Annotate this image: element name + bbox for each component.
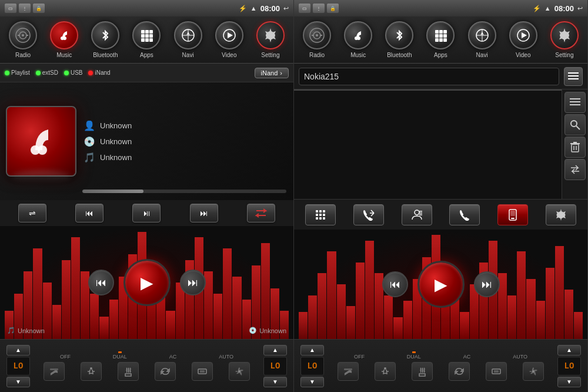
right-off-label: OFF [354, 354, 365, 360]
music-player: 👤 Unknown 💿 Unknown 🎵 Unknown [0, 82, 293, 200]
left-nav-apps[interactable]: Apps [129, 21, 164, 58]
auto-indicator [225, 351, 228, 353]
right-video-label: Video [516, 52, 530, 58]
recirculate-btn[interactable] [155, 362, 176, 381]
inand-option[interactable]: iNand [88, 69, 110, 76]
left-temp-down[interactable]: ▼ [6, 377, 30, 387]
left-nav-bluetooth[interactable]: Bluetooth [88, 21, 123, 58]
call-transfer-button[interactable] [353, 204, 384, 225]
right-temp-down[interactable]: ▼ [263, 377, 287, 387]
phone-settings-button[interactable] [546, 204, 576, 225]
right-rear-defrost-btn[interactable] [486, 362, 507, 381]
svg-point-6 [63, 36, 66, 40]
heat-seat-btn[interactable] [118, 362, 139, 381]
right-panel-temp-down-left[interactable]: ▼ [300, 377, 324, 387]
left-panel: ▭ ⋮ 🔒 ⚡ ▲ 08:00 ↩ Radio Music [0, 0, 294, 392]
playlist-option[interactable]: Playlist [5, 69, 30, 76]
right-nav-bluetooth[interactable]: Bluetooth [382, 21, 417, 58]
right-panel: ▭ ⋮ 🔒 ⚡ ▲ 08:00 ↩ Radio Music [294, 0, 588, 392]
svg-point-28 [316, 34, 318, 36]
right-radio-label: Radio [309, 52, 325, 58]
right-panel-temp-up-right[interactable]: ▲ [557, 345, 581, 356]
svg-rect-59 [316, 210, 318, 212]
usb-label: USB [71, 69, 83, 76]
playlist-label: Playlist [11, 69, 30, 76]
keypad-button[interactable] [305, 204, 336, 225]
extsd-option[interactable]: extSD [36, 69, 58, 76]
right-visualizer: ⏮ ▶ ⏭ [294, 230, 587, 339]
device-name-display: Nokia215 [299, 68, 559, 85]
right-bluetooth-icon: ⚡ [533, 5, 541, 12]
repeat-button[interactable] [247, 204, 275, 222]
right-nav-video[interactable]: Video [506, 21, 541, 58]
contacts-list-button[interactable] [564, 67, 583, 86]
person-icon: 👤 [83, 120, 95, 131]
active-phone-button[interactable] [497, 204, 528, 225]
radio-icon [9, 21, 37, 49]
list-top-border [294, 89, 562, 91]
visualizer: ⏮ ▶ ⏭ 🎵 Unknown 💿 Unknown [0, 226, 293, 339]
right-nav-apps[interactable]: Apps [423, 21, 458, 58]
right-bluetooth-nav-icon [385, 21, 413, 49]
airflow-seat-btn[interactable] [81, 362, 102, 381]
right-heat-seat-btn[interactable] [412, 362, 433, 381]
right-panel-temp-right-ctrl: ▲ LO ▼ [554, 345, 584, 387]
left-temp-display: LO [6, 357, 30, 376]
right-fan-btn[interactable] [523, 362, 544, 381]
right-airflow-seat-btn[interactable] [375, 362, 396, 381]
rear-defrost-btn[interactable] [192, 362, 213, 381]
left-status-right: ⚡ ▲ 08:00 ↩ [239, 4, 289, 13]
right-defrost-btn[interactable] [338, 362, 359, 381]
auto-opt: AUTO [219, 351, 233, 360]
track-row-2: 💿 Unknown [83, 136, 288, 147]
progress-bar[interactable] [82, 190, 286, 193]
device-name: Nokia215 [304, 72, 339, 81]
prev-button[interactable]: ⏮ [75, 204, 103, 222]
right-panel-temp-up-left[interactable]: ▲ [300, 345, 324, 356]
viz-play-button[interactable]: ▶ [123, 259, 171, 306]
right-wifi-icon: ▲ [544, 5, 551, 12]
right-nav-setting[interactable]: Setting [547, 21, 582, 58]
viz-artist: Unknown [259, 327, 286, 334]
left-temp-up[interactable]: ▲ [6, 345, 30, 356]
inand-button[interactable]: iNand › [255, 68, 289, 78]
right-nav-music[interactable]: Music [340, 21, 376, 58]
right-panel-temp-down-right[interactable]: ▼ [557, 377, 581, 387]
play-pause-button[interactable]: ⏯ [132, 204, 161, 222]
left-nav-setting[interactable]: Setting [253, 21, 288, 58]
right-time: 08:00 [554, 4, 574, 13]
right-recirculate-btn[interactable] [449, 362, 470, 381]
viz-prev-button[interactable]: ⏮ [88, 270, 114, 295]
delete-button[interactable] [564, 137, 586, 158]
transfer-button[interactable] [564, 159, 586, 180]
search-button[interactable] [564, 114, 586, 135]
contacts-button[interactable] [402, 204, 432, 225]
right-navi-icon [468, 21, 496, 49]
right-window-icon: ▭ [299, 4, 310, 13]
next-button[interactable]: ⏭ [190, 204, 218, 222]
right-temp-up[interactable]: ▲ [263, 345, 287, 356]
right-viz-next-button[interactable]: ⏭ [474, 271, 500, 297]
right-viz-play-button[interactable]: ▶ [417, 261, 465, 308]
left-nav-radio[interactable]: Radio [5, 21, 41, 58]
hold-button[interactable] [449, 204, 480, 225]
svg-rect-62 [316, 214, 318, 216]
svg-rect-78 [492, 369, 500, 374]
defrost-btn[interactable] [44, 362, 65, 381]
viz-next-button[interactable]: ⏭ [180, 270, 206, 295]
list-view-button[interactable] [564, 92, 586, 113]
shuffle-button[interactable]: ⇌ [18, 204, 46, 222]
usb-option[interactable]: USB [64, 69, 83, 76]
right-nav-navi[interactable]: Navi [465, 21, 500, 58]
left-video-label: Video [222, 52, 236, 58]
left-nav-video[interactable]: Video [212, 21, 247, 58]
inand-btn-label: iNand [261, 69, 278, 77]
right-nav-radio[interactable]: Radio [299, 21, 335, 58]
right-viz-prev-button[interactable]: ⏮ [382, 271, 408, 297]
svg-rect-63 [319, 214, 322, 216]
left-nav-music[interactable]: Music [46, 21, 82, 58]
left-nav-navi[interactable]: Navi [171, 21, 206, 58]
svg-rect-46 [568, 72, 579, 74]
fan-btn[interactable] [229, 362, 250, 381]
svg-rect-30 [320, 35, 322, 36]
